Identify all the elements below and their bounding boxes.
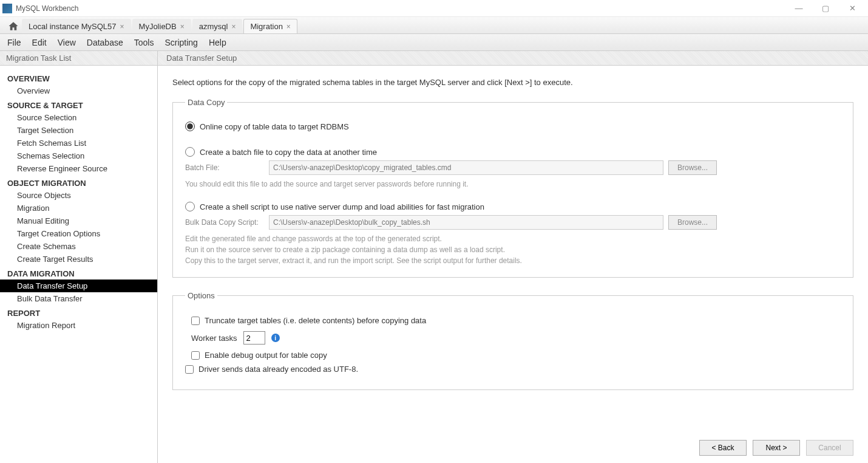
worker-tasks-input[interactable] xyxy=(243,331,265,345)
checkbox-debug[interactable] xyxy=(191,351,200,360)
info-icon[interactable]: i xyxy=(271,334,280,342)
sidebar-item[interactable]: Schemas Selection xyxy=(0,149,157,162)
data-copy-legend: Data Copy xyxy=(185,98,227,107)
menu-scripting[interactable]: Scripting xyxy=(164,38,197,47)
sidebar: Migration Task List OVERVIEWOverviewSOUR… xyxy=(0,51,158,463)
worker-tasks-label: Worker tasks xyxy=(191,334,237,343)
options-group: Options Truncate target tables (i.e. del… xyxy=(172,291,853,390)
label-utf8: Driver sends data already encoded as UTF… xyxy=(198,365,358,374)
checkbox-truncate[interactable] xyxy=(191,317,200,325)
menu-edit[interactable]: Edit xyxy=(32,38,47,47)
sidebar-item[interactable]: Target Selection xyxy=(0,124,157,137)
label-debug: Enable debug output for table copy xyxy=(205,351,327,360)
tab-azmysql[interactable]: azmysql× xyxy=(192,19,243,33)
next-button[interactable]: Next > xyxy=(753,440,800,456)
app-icon xyxy=(2,4,12,13)
sidebar-section: OBJECT MIGRATION xyxy=(0,175,157,189)
bulk-hint: Edit the generated file and change passw… xyxy=(185,233,841,266)
sidebar-section: OVERVIEW xyxy=(0,70,157,84)
sidebar-section: DATA MIGRATION xyxy=(0,266,157,280)
batch-file-label: Batch File: xyxy=(185,163,264,172)
batch-file-input[interactable] xyxy=(269,160,663,175)
tab-myjoliedb[interactable]: MyJolieDB× xyxy=(132,19,191,33)
sidebar-section: REPORT xyxy=(0,305,157,319)
menu-tools[interactable]: Tools xyxy=(134,38,154,47)
menu-help[interactable]: Help xyxy=(209,38,226,47)
tab-migration[interactable]: Migration× xyxy=(243,19,297,33)
menu-bar: File Edit View Database Tools Scripting … xyxy=(0,34,868,51)
sidebar-item[interactable]: Migration Report xyxy=(0,319,157,332)
title-bar: MySQL Workbench — ▢ ✕ xyxy=(0,0,868,17)
minimize-button[interactable]: — xyxy=(790,4,807,13)
sidebar-item[interactable]: Target Creation Options xyxy=(0,227,157,240)
back-button[interactable]: < Back xyxy=(699,440,747,456)
data-copy-group: Data Copy Online copy of table data to t… xyxy=(172,98,853,278)
sidebar-item[interactable]: Manual Editing xyxy=(0,214,157,227)
maximize-button[interactable]: ▢ xyxy=(817,4,834,13)
sidebar-item[interactable]: Bulk Data Transfer xyxy=(0,292,157,305)
main-panel: Data Transfer Setup Select options for t… xyxy=(158,51,868,463)
close-icon[interactable]: × xyxy=(287,22,291,31)
label-batch-file: Create a batch file to copy the data at … xyxy=(200,148,377,157)
home-icon[interactable] xyxy=(5,19,22,33)
menu-database[interactable]: Database xyxy=(87,38,123,47)
cancel-button[interactable]: Cancel xyxy=(806,440,853,456)
tab-bar: Local instance MySQL57× MyJolieDB× azmys… xyxy=(0,17,868,34)
label-truncate: Truncate target tables (i.e. delete cont… xyxy=(205,316,426,325)
radio-batch-file[interactable] xyxy=(185,147,195,157)
browse-batch-button[interactable]: Browse... xyxy=(668,160,717,175)
batch-hint: You should edit this file to add the sou… xyxy=(185,179,841,190)
radio-online-copy[interactable] xyxy=(185,122,195,131)
label-shell-script: Create a shell script to use native serv… xyxy=(200,202,484,211)
sidebar-item[interactable]: Source Objects xyxy=(0,189,157,202)
menu-view[interactable]: View xyxy=(58,38,76,47)
bulk-script-label: Bulk Data Copy Script: xyxy=(185,218,264,227)
close-icon[interactable]: × xyxy=(231,22,236,31)
browse-bulk-button[interactable]: Browse... xyxy=(668,215,717,230)
wizard-buttons: < Back Next > Cancel xyxy=(699,440,853,456)
window-title: MySQL Workbench xyxy=(16,4,78,13)
sidebar-title: Migration Task List xyxy=(0,51,157,66)
sidebar-item[interactable]: Fetch Schemas List xyxy=(0,137,157,149)
sidebar-item[interactable]: Create Target Results xyxy=(0,253,157,266)
radio-shell-script[interactable] xyxy=(185,202,195,211)
close-button[interactable]: ✕ xyxy=(844,4,861,13)
close-icon[interactable]: × xyxy=(180,22,185,31)
sidebar-item[interactable]: Overview xyxy=(0,84,157,97)
sidebar-item[interactable]: Migration xyxy=(0,202,157,214)
sidebar-item[interactable]: Data Transfer Setup xyxy=(0,280,157,292)
tab-local-instance[interactable]: Local instance MySQL57× xyxy=(22,19,131,33)
sidebar-item[interactable]: Reverse Engineer Source xyxy=(0,162,157,175)
label-online-copy: Online copy of table data to target RDBM… xyxy=(200,122,349,131)
sidebar-section: SOURCE & TARGET xyxy=(0,97,157,111)
menu-file[interactable]: File xyxy=(7,38,21,47)
options-legend: Options xyxy=(185,291,217,300)
checkbox-utf8[interactable] xyxy=(185,365,194,374)
sidebar-item[interactable]: Create Schemas xyxy=(0,240,157,253)
bulk-script-input[interactable] xyxy=(269,215,663,230)
main-header: Data Transfer Setup xyxy=(158,51,868,66)
intro-text: Select options for the copy of the migra… xyxy=(172,78,853,87)
sidebar-item[interactable]: Source Selection xyxy=(0,111,157,124)
close-icon[interactable]: × xyxy=(120,22,124,31)
